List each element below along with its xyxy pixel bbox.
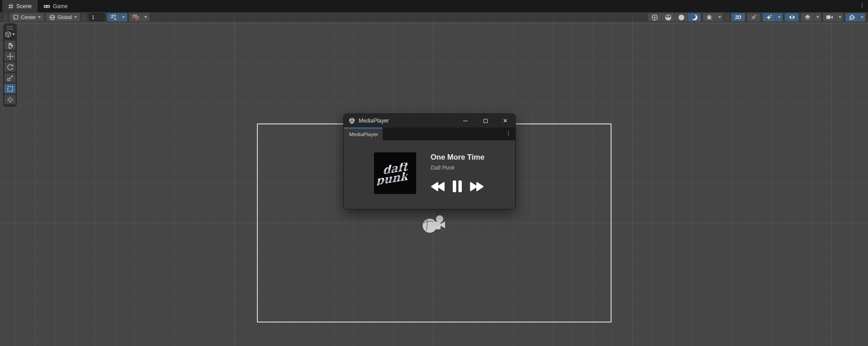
2d-label: 2D	[735, 14, 741, 20]
camera-icon	[826, 14, 833, 20]
playback-controls	[430, 180, 484, 193]
move-tool[interactable]	[4, 51, 16, 61]
tab-game[interactable]: Game	[38, 0, 74, 12]
sparkle-effects-icon	[766, 14, 773, 21]
shaded-mode-button[interactable]	[674, 13, 688, 21]
window-title: MediaPlayer	[359, 118, 389, 124]
snap-settings-dropdown[interactable]	[142, 13, 149, 21]
effects-toggle-button[interactable]	[763, 13, 775, 21]
scene-camera-dropdown[interactable]	[836, 13, 843, 21]
pause-button[interactable]	[452, 180, 463, 193]
effects-group	[763, 13, 783, 21]
close-button[interactable]: ✕	[495, 114, 515, 128]
mediaplayer-content: daft punk One More Time Daft Punk	[344, 140, 515, 209]
snap-settings-group	[129, 13, 149, 21]
layers-dropdown[interactable]	[814, 13, 821, 21]
snap-magnet-icon	[132, 14, 139, 20]
minimize-button[interactable]	[455, 114, 475, 128]
lighting-toggle-button[interactable]	[688, 13, 701, 21]
audio-toggle-button[interactable]	[747, 13, 760, 21]
debug-mode-group	[703, 13, 723, 21]
orientation-label: Global	[57, 14, 72, 20]
rect-tool-icon	[7, 85, 14, 92]
scale-tool[interactable]	[4, 73, 16, 83]
window-titlebar[interactable]: MediaPlayer ✕	[344, 114, 515, 128]
tab-scene-label: Scene	[16, 3, 32, 9]
track-artist: Daft Punk	[431, 165, 455, 171]
toolbar-separator	[83, 14, 85, 20]
hand-tool-icon	[7, 42, 14, 49]
2d-toggle-button[interactable]: 2D	[731, 13, 745, 21]
shaded-wireframe-icon	[665, 14, 672, 21]
debug-button[interactable]	[703, 13, 716, 21]
album-art-text: daft punk	[382, 162, 408, 185]
transform-tool[interactable]	[4, 95, 16, 104]
grid-snap-button[interactable]: Y	[107, 13, 120, 21]
tab-mediaplayer[interactable]: MediaPlayer	[344, 128, 383, 140]
draw-mode-group	[648, 13, 701, 21]
tab-overflow-menu-icon[interactable]: ⋮	[859, 2, 865, 9]
chevron-down-icon	[861, 16, 863, 18]
gizmos-dropdown[interactable]	[858, 13, 865, 21]
cube-icon	[5, 31, 11, 38]
scene-camera-button[interactable]	[823, 13, 836, 21]
fast-forward-button[interactable]	[470, 181, 484, 192]
track-title: One More Time	[431, 153, 484, 161]
camera-gizmo[interactable]	[422, 214, 446, 234]
window-menu-icon[interactable]: ⋮	[505, 130, 512, 137]
view-hand-tool[interactable]	[4, 40, 16, 50]
shaded-wireframe-mode-button[interactable]	[661, 13, 674, 21]
chevron-down-icon	[122, 16, 125, 18]
rect-tool[interactable]	[4, 84, 16, 94]
window-controls: ✕	[455, 114, 515, 128]
transform-tool-icon	[7, 96, 14, 103]
unity-logo-icon	[348, 117, 356, 124]
chevron-down-icon	[144, 16, 147, 18]
tab-game-label: Game	[53, 3, 68, 9]
mediaplayer-window: MediaPlayer ✕ MediaPlayer ⋮ daft punk On…	[343, 114, 516, 209]
toolbar-drag-handle[interactable]	[5, 14, 7, 20]
audio-muted-icon	[751, 14, 757, 20]
grid-snap-dropdown[interactable]	[120, 13, 127, 21]
tool-context-dropdown[interactable]	[5, 31, 15, 38]
scene-toolbar-left: Center Global 1 Y	[4, 13, 149, 22]
shaded-icon	[678, 14, 685, 21]
orientation-dropdown[interactable]: Global	[46, 13, 80, 21]
scene-grid-icon	[8, 4, 14, 9]
rotate-tool[interactable]	[4, 62, 16, 72]
album-art: daft punk	[374, 152, 416, 194]
layers-group	[801, 13, 821, 21]
pivot-mode-label: Center	[21, 14, 36, 20]
eye-icon	[788, 14, 796, 20]
scene-visibility-button[interactable]	[785, 13, 799, 21]
debug-dropdown[interactable]	[716, 13, 723, 21]
wireframe-mode-button[interactable]	[648, 13, 661, 21]
chevron-down-icon	[74, 16, 77, 18]
move-tool-icon	[7, 53, 14, 60]
gizmos-group	[845, 13, 865, 21]
maximize-button[interactable]	[475, 114, 495, 128]
pivot-mode-dropdown[interactable]: Center	[10, 13, 44, 21]
gamepad-icon	[43, 4, 50, 9]
snap-toggle-button[interactable]	[129, 13, 142, 21]
layers-icon	[804, 14, 811, 20]
window-tab-strip: MediaPlayer ⋮	[344, 128, 515, 140]
layers-button[interactable]	[801, 13, 814, 21]
grid-size-input[interactable]: 1	[89, 13, 105, 21]
effects-dropdown[interactable]	[775, 13, 783, 21]
grid-snap-icon: Y	[110, 14, 117, 20]
tab-scene[interactable]: Scene	[2, 0, 38, 12]
pivot-icon	[13, 14, 19, 20]
svg-text:Y: Y	[114, 17, 116, 21]
chevron-down-icon	[778, 16, 781, 18]
gizmos-button[interactable]	[845, 13, 858, 21]
chevron-down-icon	[12, 33, 15, 35]
tools-overlay	[3, 24, 17, 107]
rewind-button[interactable]	[430, 181, 445, 192]
rotate-tool-icon	[7, 64, 14, 71]
scene-viewport[interactable]: Center Global 1 Y	[0, 12, 868, 346]
wireframe-icon	[651, 14, 658, 21]
globe-icon	[49, 14, 55, 20]
orientation-gizmo-icon	[849, 14, 855, 21]
tools-drag-handle[interactable]	[7, 26, 13, 29]
